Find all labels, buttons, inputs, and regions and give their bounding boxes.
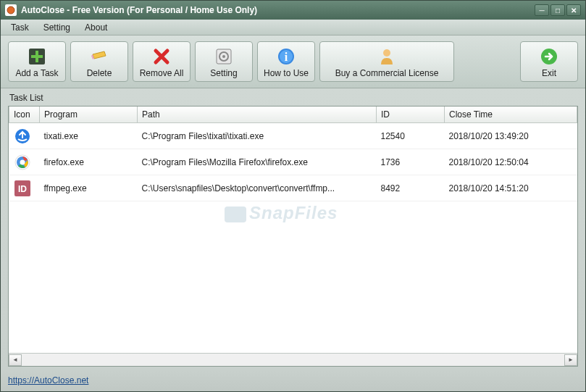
setting-label: Setting xyxy=(210,68,237,78)
table-row[interactable]: IDffmpeg.exeC:\Users\snapfiles\Desktop\c… xyxy=(9,175,577,201)
info-icon: i xyxy=(276,46,296,67)
titlebar: AutoClose - Free Version (For Personal /… xyxy=(1,1,585,20)
svg-point-0 xyxy=(7,7,14,14)
how-to-use-label: How to Use xyxy=(264,68,309,78)
window-controls: ─ □ ✕ xyxy=(535,4,581,16)
add-icon xyxy=(27,46,47,67)
menu-about[interactable]: About xyxy=(78,21,114,34)
tasklist-label: Task List xyxy=(8,91,578,106)
col-header-program[interactable]: Program xyxy=(40,107,138,123)
col-header-closetime[interactable]: Close Time xyxy=(445,107,577,123)
window-title: AutoClose - Free Version (For Personal /… xyxy=(21,5,535,15)
table-row[interactable]: tixati.exeC:\Program Files\tixati\tixati… xyxy=(9,123,577,149)
footer: https://AutoClose.net xyxy=(1,371,585,391)
task-table-container: Icon Program Path ID Close Time tixati.e… xyxy=(8,106,578,367)
svg-text:ID: ID xyxy=(18,184,27,194)
cell-path: C:\Users\snapfiles\Desktop\convert\conve… xyxy=(138,175,377,201)
tixati-icon xyxy=(14,128,31,145)
add-task-button[interactable]: Add a Task xyxy=(8,41,66,82)
how-to-use-button[interactable]: i How to Use xyxy=(257,41,315,82)
svg-point-6 xyxy=(222,55,225,58)
exit-button[interactable]: Exit xyxy=(520,41,578,82)
svg-point-15 xyxy=(20,159,25,164)
cell-id: 12540 xyxy=(377,123,445,149)
cell-id: 1736 xyxy=(377,149,445,175)
close-button[interactable]: ✕ xyxy=(566,4,581,16)
scroll-right-button[interactable]: ► xyxy=(564,354,577,366)
exit-label: Exit xyxy=(542,68,556,78)
app-icon xyxy=(5,4,17,16)
cell-icon xyxy=(9,149,40,175)
add-task-label: Add a Task xyxy=(15,68,58,78)
setting-button[interactable]: Setting xyxy=(195,41,253,82)
buy-license-button[interactable]: Buy a Commercial License xyxy=(319,41,454,82)
app-window: AutoClose - Free Version (For Personal /… xyxy=(0,0,586,392)
delete-button[interactable]: Delete xyxy=(70,41,128,82)
buy-license-label: Buy a Commercial License xyxy=(335,68,439,78)
cell-closetime: 2018/10/20 12:50:04 xyxy=(445,149,577,175)
cell-path: C:\Program Files\tixati\tixati.exe xyxy=(138,123,377,149)
remove-all-icon xyxy=(151,46,172,67)
delete-icon xyxy=(89,46,109,67)
toolbar: Add a Task Delete Remove All Setting i H… xyxy=(1,36,585,88)
firefox-icon xyxy=(14,154,31,171)
minimize-button[interactable]: ─ xyxy=(535,4,549,16)
svg-rect-3 xyxy=(31,55,43,58)
col-header-path[interactable]: Path xyxy=(138,107,377,123)
table-row[interactable]: firefox.exeC:\Program Files\Mozilla Fire… xyxy=(9,149,577,175)
user-icon xyxy=(377,46,397,67)
svg-point-10 xyxy=(383,49,390,57)
content-area: Task List Icon Program Path ID Close Tim… xyxy=(1,88,585,371)
cell-id: 8492 xyxy=(377,175,445,201)
exit-icon xyxy=(539,46,559,67)
horizontal-scrollbar[interactable]: ◄ ► xyxy=(9,353,577,366)
remove-all-label: Remove All xyxy=(140,68,184,78)
cell-icon: ID xyxy=(9,175,40,201)
remove-all-button[interactable]: Remove All xyxy=(133,41,191,82)
cell-path: C:\Program Files\Mozilla Firefox\firefox… xyxy=(138,149,377,175)
table-scroll[interactable]: Icon Program Path ID Close Time tixati.e… xyxy=(9,107,577,353)
col-header-id[interactable]: ID xyxy=(377,107,445,123)
cell-icon xyxy=(9,123,40,149)
scroll-track[interactable] xyxy=(22,354,564,366)
task-table: Icon Program Path ID Close Time tixati.e… xyxy=(9,107,577,201)
scroll-left-button[interactable]: ◄ xyxy=(9,354,22,366)
delete-label: Delete xyxy=(87,68,112,78)
cell-closetime: 2018/10/20 14:51:20 xyxy=(445,175,577,201)
cell-closetime: 2018/10/20 13:49:20 xyxy=(445,123,577,149)
maximize-button[interactable]: □ xyxy=(551,4,565,16)
menu-setting[interactable]: Setting xyxy=(36,21,78,34)
menubar: Task Setting About xyxy=(1,20,585,36)
col-header-icon[interactable]: Icon xyxy=(9,107,40,123)
cell-program: tixati.exe xyxy=(40,123,138,149)
cell-program: firefox.exe xyxy=(40,149,138,175)
ffmpeg-icon: ID xyxy=(14,180,31,197)
svg-text:i: i xyxy=(285,51,288,63)
menu-task[interactable]: Task xyxy=(4,21,36,34)
footer-link[interactable]: https://AutoClose.net xyxy=(8,375,88,385)
cell-program: ffmpeg.exe xyxy=(40,175,138,201)
gear-icon xyxy=(214,46,234,67)
